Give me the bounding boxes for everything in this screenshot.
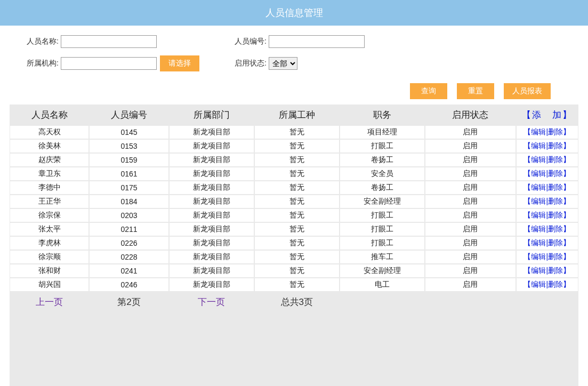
pager-prev[interactable]: 上一页 (10, 292, 89, 312)
cell-work: 暂无 (254, 264, 340, 278)
action-button-bar: 查询 重置 人员报表 (0, 83, 588, 99)
delete-link[interactable]: 删除 (548, 197, 563, 205)
cell-name: 赵庆荣 (10, 153, 89, 167)
edit-link[interactable]: 编辑 (531, 252, 546, 261)
table-container: 人员名称 人员编号 所属部门 所属工种 职务 启用状态 【添 加】 高天权014… (0, 104, 588, 312)
cell-status: 启用 (425, 250, 516, 264)
table-row: 高天权0145新龙项目部暂无项目经理启用【编辑|删除】 (10, 125, 578, 139)
edit-link[interactable]: 编辑 (531, 280, 546, 288)
pager-current: 第2页 (89, 292, 168, 312)
th-code: 人员编号 (89, 104, 168, 125)
edit-link[interactable]: 编辑 (531, 211, 546, 219)
name-input[interactable] (61, 35, 157, 48)
delete-link[interactable]: 删除 (548, 252, 563, 261)
table-row: 徐宗顺0228新龙项目部暂无推车工启用【编辑|删除】 (10, 250, 578, 264)
cell-actions: 【编辑|删除】 (516, 208, 578, 222)
delete-link[interactable]: 删除 (548, 155, 563, 164)
cell-status: 启用 (425, 153, 516, 167)
cell-dept: 新龙项目部 (169, 278, 254, 292)
cell-name: 徐宗顺 (10, 250, 89, 264)
cell-job: 卷扬工 (340, 181, 425, 195)
cell-code: 0175 (89, 181, 168, 195)
query-button[interactable]: 查询 (410, 83, 447, 99)
cell-code: 0226 (89, 236, 168, 250)
cell-dept: 新龙项目部 (169, 167, 254, 181)
delete-link[interactable]: 删除 (548, 127, 563, 136)
choose-org-button[interactable]: 请选择 (160, 55, 199, 71)
cell-dept: 新龙项目部 (169, 125, 254, 139)
table-row: 李德中0175新龙项目部暂无卷扬工启用【编辑|删除】 (10, 181, 578, 195)
cell-name: 张和财 (10, 264, 89, 278)
cell-name: 胡兴国 (10, 278, 89, 292)
th-name: 人员名称 (10, 104, 89, 125)
cell-work: 暂无 (254, 236, 340, 250)
bottom-empty-area (10, 312, 578, 386)
cell-actions: 【编辑|删除】 (516, 278, 578, 292)
pager-next[interactable]: 下一页 (169, 292, 254, 312)
cell-actions: 【编辑|删除】 (516, 139, 578, 153)
cell-code: 0145 (89, 125, 168, 139)
cell-work: 暂无 (254, 250, 340, 264)
report-button[interactable]: 人员报表 (504, 83, 551, 99)
cell-work: 暂无 (254, 195, 340, 208)
th-job: 职务 (340, 104, 425, 125)
cell-name: 章卫东 (10, 167, 89, 181)
cell-work: 暂无 (254, 222, 340, 236)
edit-link[interactable]: 编辑 (531, 224, 546, 233)
delete-link[interactable]: 删除 (548, 238, 563, 247)
cell-job: 打眼工 (340, 236, 425, 250)
cell-dept: 新龙项目部 (169, 181, 254, 195)
edit-link[interactable]: 编辑 (531, 127, 546, 136)
edit-link[interactable]: 编辑 (531, 169, 546, 178)
org-label: 所属机构: (27, 59, 59, 68)
status-select[interactable]: 全部 (269, 57, 297, 70)
cell-actions: 【编辑|删除】 (516, 167, 578, 181)
pager-total: 总共3页 (254, 292, 340, 312)
add-link[interactable]: 【添 加】 (522, 110, 573, 120)
cell-actions: 【编辑|删除】 (516, 153, 578, 167)
edit-link[interactable]: 编辑 (531, 238, 546, 247)
cell-actions: 【编辑|删除】 (516, 125, 578, 139)
delete-link[interactable]: 删除 (548, 280, 563, 288)
cell-work: 暂无 (254, 139, 340, 153)
cell-job: 打眼工 (340, 222, 425, 236)
delete-link[interactable]: 删除 (548, 141, 563, 150)
name-group: 人员名称: (27, 35, 235, 48)
delete-link[interactable]: 删除 (548, 211, 563, 219)
page-header: 人员信息管理 (0, 0, 588, 26)
edit-link[interactable]: 编辑 (531, 197, 546, 205)
pager-empty-3 (516, 292, 578, 312)
delete-link[interactable]: 删除 (548, 266, 563, 275)
code-label: 人员编号: (235, 37, 267, 46)
edit-link[interactable]: 编辑 (531, 266, 546, 275)
cell-job: 推车工 (340, 250, 425, 264)
next-page-link[interactable]: 下一页 (198, 297, 225, 307)
edit-link[interactable]: 编辑 (531, 141, 546, 150)
cell-work: 暂无 (254, 167, 340, 181)
table-row: 王正华0184新龙项目部暂无安全副经理启用【编辑|删除】 (10, 195, 578, 208)
cell-work: 暂无 (254, 208, 340, 222)
table-row: 李虎林0226新龙项目部暂无打眼工启用【编辑|删除】 (10, 236, 578, 250)
delete-link[interactable]: 删除 (548, 169, 563, 178)
delete-link[interactable]: 删除 (548, 183, 563, 191)
cell-dept: 新龙项目部 (169, 236, 254, 250)
edit-link[interactable]: 编辑 (531, 183, 546, 191)
cell-dept: 新龙项目部 (169, 139, 254, 153)
code-input[interactable] (269, 35, 365, 48)
status-label: 启用状态: (235, 59, 267, 68)
cell-name: 王正华 (10, 195, 89, 208)
pager-row: 上一页 第2页 下一页 总共3页 (10, 292, 578, 312)
delete-link[interactable]: 删除 (548, 224, 563, 233)
table-row: 徐美林0153新龙项目部暂无打眼工启用【编辑|删除】 (10, 139, 578, 153)
reset-button[interactable]: 重置 (457, 83, 494, 99)
cell-status: 启用 (425, 236, 516, 250)
cell-job: 打眼工 (340, 139, 425, 153)
org-input[interactable] (61, 57, 157, 70)
search-row-1: 人员名称: 人员编号: (27, 35, 561, 48)
th-add-button[interactable]: 【添 加】 (516, 104, 578, 125)
edit-link[interactable]: 编辑 (531, 155, 546, 164)
cell-status: 启用 (425, 264, 516, 278)
prev-page-link[interactable]: 上一页 (36, 297, 63, 307)
cell-status: 启用 (425, 222, 516, 236)
pager-empty-2 (425, 292, 516, 312)
